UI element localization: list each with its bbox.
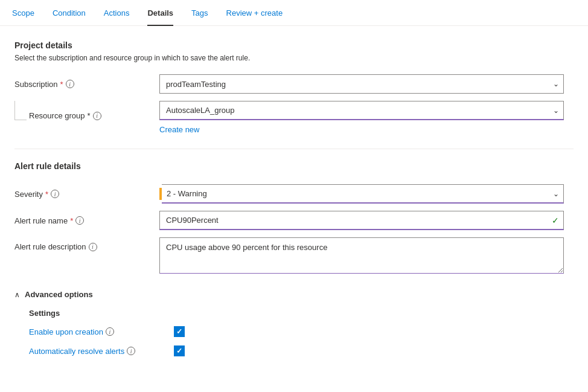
alert-rule-description-control: CPU usage above 90 percent for this reso… [159, 237, 564, 275]
auto-resolve-info-icon[interactable]: i [127, 347, 135, 355]
alert-rule-details-title: Alert rule details [14, 161, 574, 171]
tab-actions[interactable]: Actions [104, 0, 130, 26]
severity-label: Severity * i [14, 190, 159, 199]
enable-upon-creation-info-icon[interactable]: i [106, 327, 114, 336]
tab-tags[interactable]: Tags [191, 0, 208, 26]
subscription-select[interactable]: prodTeamTesting [159, 74, 564, 94]
alert-rule-description-row: Alert rule description i CPU usage above… [14, 237, 574, 275]
resource-group-label: Resource group * i [29, 111, 159, 120]
subscription-select-wrapper: prodTeamTesting ⌄ [159, 74, 564, 94]
alert-rule-description-label: Alert rule description i [14, 237, 159, 251]
resource-group-select-wrapper: AutoscaleLA_group ⌄ [159, 101, 564, 120]
alert-rule-details-section: Alert rule details Severity * i 2 - Warn… [14, 161, 574, 275]
advanced-options-title: Advanced options [25, 290, 93, 299]
resource-group-info-icon[interactable]: i [93, 112, 101, 120]
project-details-title: Project details [14, 40, 574, 50]
enable-upon-creation-row: Enable upon creation i [29, 326, 574, 337]
auto-resolve-label: Automatically resolve alerts i [29, 347, 174, 356]
indent-line [14, 101, 27, 120]
severity-info-icon[interactable]: i [51, 190, 59, 198]
enable-upon-creation-checkbox[interactable] [174, 326, 185, 337]
alert-rule-name-row: Alert rule name * i ✓ [14, 211, 574, 230]
alert-rule-name-input-wrapper: ✓ [159, 211, 564, 230]
advanced-options-header[interactable]: ∧ Advanced options [14, 290, 574, 299]
resource-group-required: * [88, 111, 91, 120]
project-details-section: Project details Select the subscription … [14, 40, 574, 134]
alert-rule-name-check-icon: ✓ [552, 216, 559, 225]
alert-rule-name-label: Alert rule name * i [14, 216, 159, 225]
subscription-label: Subscription * i [14, 80, 159, 89]
alert-rule-description-info-icon[interactable]: i [89, 243, 97, 251]
severity-required: * [45, 190, 48, 199]
resource-group-container: Resource group * i AutoscaleLA_group ⌄ C… [14, 101, 574, 134]
advanced-options-container: ∧ Advanced options Settings Enable upon … [14, 290, 574, 356]
severity-select[interactable]: 2 - Warning [162, 184, 564, 204]
alert-rule-name-info-icon[interactable]: i [75, 216, 84, 225]
advanced-options-content: Settings Enable upon creation i Automati… [14, 309, 574, 356]
create-new-link[interactable]: Create new [159, 125, 199, 134]
settings-subtitle: Settings [29, 309, 574, 318]
severity-select-wrapper: 2 - Warning ⌄ [159, 184, 564, 204]
severity-control: 2 - Warning ⌄ [159, 184, 564, 204]
auto-resolve-checkbox[interactable] [174, 345, 185, 356]
alert-rule-description-textarea[interactable]: CPU usage above 90 percent for this reso… [159, 237, 564, 274]
main-content: Project details Select the subscription … [0, 26, 588, 379]
subscription-info-icon[interactable]: i [66, 80, 74, 88]
tab-details[interactable]: Details [147, 0, 173, 26]
tab-condition[interactable]: Condition [53, 0, 86, 26]
create-new-wrapper: Create new [14, 123, 574, 134]
subscription-row: Subscription * i prodTeamTesting ⌄ [14, 74, 574, 94]
alert-rule-name-input[interactable] [159, 211, 564, 230]
divider-1 [14, 149, 574, 149]
alert-rule-name-required: * [70, 216, 73, 225]
tab-scope[interactable]: Scope [12, 0, 34, 26]
resource-group-select[interactable]: AutoscaleLA_group [159, 101, 564, 120]
nav-tabs: Scope Condition Actions Details Tags Rev… [0, 0, 588, 26]
tab-review-create[interactable]: Review + create [226, 0, 283, 26]
project-details-description: Select the subscription and resource gro… [14, 54, 574, 62]
resource-group-row: Resource group * i AutoscaleLA_group ⌄ [14, 101, 574, 120]
advanced-options-chevron-icon: ∧ [14, 291, 20, 299]
resource-group-control: AutoscaleLA_group ⌄ [159, 101, 564, 120]
enable-upon-creation-label: Enable upon creation i [29, 327, 174, 336]
auto-resolve-row: Automatically resolve alerts i [29, 345, 574, 356]
severity-row: Severity * i 2 - Warning ⌄ [14, 184, 574, 204]
subscription-required: * [60, 80, 63, 89]
subscription-control: prodTeamTesting ⌄ [159, 74, 564, 94]
alert-rule-name-control: ✓ [159, 211, 564, 230]
